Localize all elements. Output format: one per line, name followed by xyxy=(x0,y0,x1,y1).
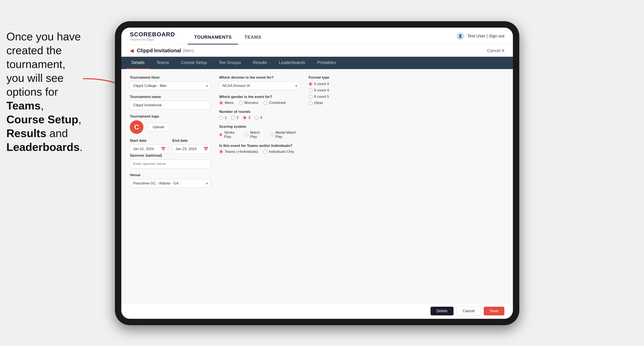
gender-mens-radio[interactable] xyxy=(219,101,223,105)
scoring-radio-row: Stroke Play Match Play Medal Match Play xyxy=(219,131,300,139)
gender-mens[interactable]: Mens xyxy=(219,101,234,105)
start-date-group: Start date 📅 xyxy=(130,139,168,154)
end-date-wrapper: 📅 xyxy=(172,145,211,154)
upload-button[interactable]: Upload xyxy=(148,123,169,131)
gender-label: Which gender is the event for? xyxy=(219,95,300,99)
format-other-label: Other xyxy=(314,101,323,105)
scoring-stroke-play[interactable]: Stroke Play xyxy=(219,131,240,139)
start-date-wrapper: 📅 xyxy=(130,145,168,154)
format-type-section: Format type 5 count 4 6 count 4 6 count … xyxy=(308,75,372,105)
tournament-name-input[interactable] xyxy=(130,101,211,110)
date-row: Start date 📅 End date 📅 xyxy=(130,139,211,154)
format-other[interactable]: Other xyxy=(308,101,372,105)
format-6count4-label: 6 count 4 xyxy=(314,88,329,92)
cancel-button[interactable]: Cancel xyxy=(456,307,481,316)
gender-combined-radio[interactable] xyxy=(264,101,267,105)
teams-plus-individuals-label: Teams (+Individuals) xyxy=(225,150,258,154)
tabs-bar: Details Teams Course Setup Tee Groups Re… xyxy=(121,57,513,69)
venue-select[interactable]: Peachtree GC - Atlanta - GA xyxy=(130,179,211,188)
user-sign-out[interactable]: Test User | Sign out xyxy=(467,34,504,38)
format-6count5-label: 6 count 5 xyxy=(314,95,329,99)
tab-course-setup[interactable]: Course Setup xyxy=(175,57,213,69)
user-avatar-icon: 👤 xyxy=(456,32,464,40)
tournament-name-label: Tournament name xyxy=(130,95,211,99)
teams-individuals-group: Is this event for Teams and/or Individua… xyxy=(219,144,300,154)
tournament-host-group: Tournament Host Clippd College - Men xyxy=(130,75,211,90)
individuals-only[interactable]: Individuals Only xyxy=(263,150,294,154)
division-select[interactable]: NCAA Division III xyxy=(219,81,300,90)
gender-mens-label: Mens xyxy=(225,101,234,105)
division-select-wrapper: NCAA Division III xyxy=(219,81,300,90)
gender-womens-label: Womens xyxy=(244,101,258,105)
format-5count4-radio[interactable] xyxy=(308,82,312,86)
end-date-input[interactable] xyxy=(172,145,211,154)
bottom-bar: Delete Cancel Save xyxy=(121,303,513,319)
tournament-cancel-btn[interactable]: Cancel X xyxy=(487,48,504,53)
format-6count5[interactable]: 6 count 5 xyxy=(308,95,372,99)
gender-womens[interactable]: Womens xyxy=(239,101,258,105)
save-button[interactable]: Save xyxy=(484,307,504,315)
teams-plus-individuals-radio[interactable] xyxy=(219,150,223,154)
tab-results[interactable]: Results xyxy=(247,57,273,69)
nav-tab-teams[interactable]: TEAMS xyxy=(238,34,268,44)
nav-tab-tournaments[interactable]: TOURNAMENTS xyxy=(188,34,238,44)
sponsor-input[interactable] xyxy=(130,160,211,168)
scoring-match-play[interactable]: Match Play xyxy=(245,131,266,139)
scoring-medal-match-play[interactable]: Medal Match Play xyxy=(270,131,300,139)
logo-subtitle: Powered by clippd xyxy=(130,38,175,41)
rounds-1-radio[interactable] xyxy=(219,116,223,120)
tab-teams[interactable]: Teams xyxy=(150,57,175,69)
tournament-logo-group: Tournament logo C Upload xyxy=(130,114,211,134)
back-icon[interactable]: ◀ xyxy=(130,48,134,54)
scoring-stroke-play-radio[interactable] xyxy=(219,133,222,137)
venue-select-wrapper: Peachtree GC - Atlanta - GA xyxy=(130,179,211,188)
main-content: Tournament Host Clippd College - Men Tou… xyxy=(121,69,513,309)
tournament-host-select[interactable]: Clippd College - Men xyxy=(130,81,211,90)
scoring-stroke-play-label: Stroke Play xyxy=(224,131,240,139)
format-other-radio[interactable] xyxy=(308,101,312,105)
gender-group: Which gender is the event for? Mens Wome… xyxy=(219,95,300,105)
tournament-subtitle: (Men) xyxy=(183,48,194,53)
tab-details[interactable]: Details xyxy=(126,57,150,69)
tab-tee-groups[interactable]: Tee Groups xyxy=(213,57,247,69)
format-6count4-radio[interactable] xyxy=(308,88,312,92)
tab-printables[interactable]: Printables xyxy=(311,57,342,69)
rounds-3[interactable]: 3 xyxy=(243,116,250,120)
delete-button[interactable]: Delete xyxy=(430,307,454,315)
rounds-2-radio[interactable] xyxy=(231,116,235,120)
logo-area: SCOREBOARD Powered by clippd xyxy=(130,31,175,41)
format-5count4[interactable]: 5 count 4 xyxy=(308,82,372,86)
format-6count4[interactable]: 6 count 4 xyxy=(308,88,372,92)
gender-womens-radio[interactable] xyxy=(239,101,242,105)
rounds-4[interactable]: 4 xyxy=(254,116,262,120)
rounds-2[interactable]: 2 xyxy=(231,116,238,120)
start-date-input[interactable] xyxy=(130,145,168,154)
gender-radio-row: Mens Womens Combined xyxy=(219,101,300,105)
scoring-match-play-radio[interactable] xyxy=(245,133,248,137)
rounds-label: Number of rounds xyxy=(219,110,300,114)
format-6count5-radio[interactable] xyxy=(308,95,312,99)
app-logo: SCOREBOARD xyxy=(130,31,175,38)
rounds-1-label: 1 xyxy=(225,116,227,120)
gender-combined-label: Combined xyxy=(269,101,286,105)
teams-individuals-label: Is this event for Teams and/or Individua… xyxy=(219,144,300,148)
scoring-match-play-label: Match Play xyxy=(250,131,266,139)
scoring-group: Scoring system Stroke Play Match Play xyxy=(219,125,300,139)
rounds-4-radio[interactable] xyxy=(254,116,258,120)
rounds-1[interactable]: 1 xyxy=(219,116,227,120)
tab-leaderboards[interactable]: Leaderboards xyxy=(273,57,311,69)
rounds-group: Number of rounds 1 2 3 xyxy=(219,110,300,120)
tournament-host-label: Tournament Host xyxy=(130,75,211,80)
division-group: Which division is the event for? NCAA Di… xyxy=(219,75,300,90)
instruction-text: Once you have created the tournament, yo… xyxy=(0,25,98,158)
tournament-header: ◀ Clippd Invitational (Men) Cancel X xyxy=(121,45,513,57)
rounds-2-label: 2 xyxy=(236,116,238,120)
rounds-3-label: 3 xyxy=(248,116,250,120)
gender-combined[interactable]: Combined xyxy=(264,101,286,105)
rounds-3-radio[interactable] xyxy=(243,116,247,120)
tournament-logo-label: Tournament logo xyxy=(130,114,211,119)
individuals-only-radio[interactable] xyxy=(263,150,267,154)
teams-plus-individuals[interactable]: Teams (+Individuals) xyxy=(219,150,258,154)
scoring-medal-match-play-radio[interactable] xyxy=(270,133,274,137)
tournament-name-group: Tournament name xyxy=(130,95,211,110)
